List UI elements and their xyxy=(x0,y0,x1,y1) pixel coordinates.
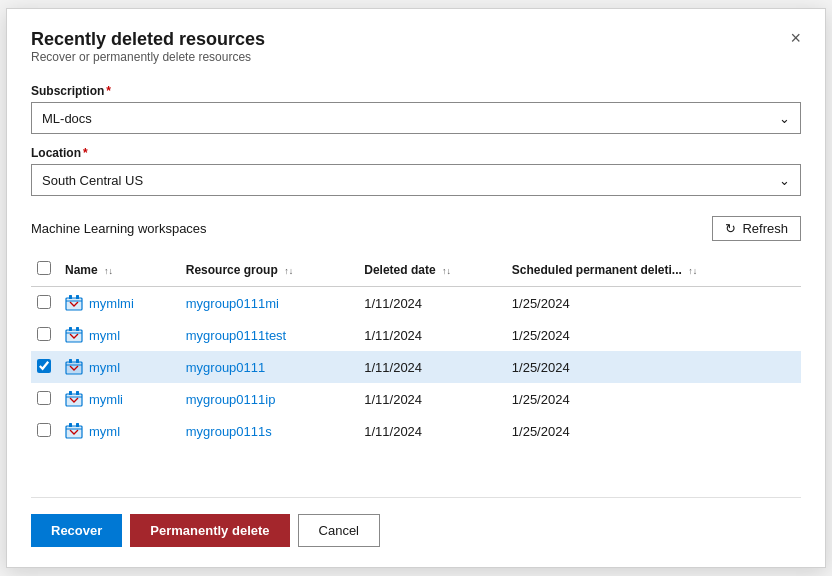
dialog-title: Recently deleted resources xyxy=(31,29,265,50)
subscription-value: ML-docs xyxy=(42,111,92,126)
resources-table: Name ↑↓ Resource group ↑↓ Deleted date ↑… xyxy=(31,253,801,447)
recently-deleted-dialog: Recently deleted resources Recover or pe… xyxy=(6,8,826,568)
location-value: South Central US xyxy=(42,173,143,188)
select-all-checkbox[interactable] xyxy=(37,261,51,275)
table-row: myml mygroup01111/11/20241/25/2024 xyxy=(31,351,801,383)
row-scheduled-delete-cell: 1/25/2024 xyxy=(506,351,801,383)
row-resource-group-cell: mygroup0111s xyxy=(180,415,358,447)
recover-button[interactable]: Recover xyxy=(31,514,122,547)
rg-sort-icon[interactable]: ↑↓ xyxy=(284,266,293,276)
subscription-required-star: * xyxy=(106,84,111,98)
subscription-label: Subscription* xyxy=(31,84,801,98)
svg-rect-19 xyxy=(76,391,79,395)
workspace-icon xyxy=(65,326,83,344)
row-checkbox-cell xyxy=(31,319,59,351)
svg-rect-20 xyxy=(66,426,82,438)
footer: Recover Permanently delete Cancel xyxy=(31,497,801,547)
header-checkbox-cell xyxy=(31,253,59,287)
row-name-link[interactable]: mymlmi xyxy=(89,296,134,311)
dialog-subtitle: Recover or permanently delete resources xyxy=(31,50,265,64)
row-checkbox[interactable] xyxy=(37,295,51,309)
dialog-header: Recently deleted resources Recover or pe… xyxy=(31,29,801,80)
location-field: Location* South Central US ⌄ xyxy=(31,146,801,196)
row-resource-group-link[interactable]: mygroup0111mi xyxy=(186,296,279,311)
row-scheduled-delete-cell: 1/25/2024 xyxy=(506,415,801,447)
row-resource-group-link[interactable]: mygroup0111s xyxy=(186,424,272,439)
svg-rect-8 xyxy=(69,327,72,331)
table-row: mymlmi mygroup0111mi1/11/20241/25/2024 xyxy=(31,287,801,320)
location-chevron-icon: ⌄ xyxy=(779,173,790,188)
section-header-row: Machine Learning workspaces ↻ Refresh xyxy=(31,216,801,241)
dd-sort-icon[interactable]: ↑↓ xyxy=(442,266,451,276)
refresh-icon: ↻ xyxy=(725,221,736,236)
row-deleted-date-cell: 1/11/2024 xyxy=(358,287,506,320)
table-row: myml mygroup0111test1/11/20241/25/2024 xyxy=(31,319,801,351)
row-resource-group-cell: mygroup0111mi xyxy=(180,287,358,320)
row-resource-group-cell: mygroup0111ip xyxy=(180,383,358,415)
subscription-select[interactable]: ML-docs ⌄ xyxy=(31,102,801,134)
subscription-field: Subscription* ML-docs ⌄ xyxy=(31,84,801,134)
subscription-chevron-icon: ⌄ xyxy=(779,111,790,126)
row-checkbox[interactable] xyxy=(37,327,51,341)
row-name-cell: myml xyxy=(59,351,180,383)
row-checkbox-cell xyxy=(31,351,59,383)
table-row: mymli mygroup0111ip1/11/20241/25/2024 xyxy=(31,383,801,415)
row-name-link[interactable]: myml xyxy=(89,328,120,343)
row-scheduled-delete-cell: 1/25/2024 xyxy=(506,319,801,351)
row-deleted-date-cell: 1/11/2024 xyxy=(358,319,506,351)
row-name-cell: myml xyxy=(59,319,180,351)
col-header-scheduled-delete: Scheduled permanent deleti... ↑↓ xyxy=(506,253,801,287)
workspace-icon xyxy=(65,390,83,408)
location-required-star: * xyxy=(83,146,88,160)
row-checkbox[interactable] xyxy=(37,391,51,405)
workspace-icon xyxy=(65,358,83,376)
row-resource-group-cell: mygroup0111test xyxy=(180,319,358,351)
dialog-title-area: Recently deleted resources Recover or pe… xyxy=(31,29,265,80)
row-name-cell: mymlmi xyxy=(59,287,180,320)
row-checkbox-cell xyxy=(31,383,59,415)
row-checkbox-cell xyxy=(31,415,59,447)
close-button[interactable]: × xyxy=(790,29,801,47)
spd-sort-icon[interactable]: ↑↓ xyxy=(688,266,697,276)
row-name-link[interactable]: mymli xyxy=(89,392,123,407)
refresh-button[interactable]: ↻ Refresh xyxy=(712,216,801,241)
refresh-label: Refresh xyxy=(742,221,788,236)
row-name-link[interactable]: myml xyxy=(89,424,120,439)
cancel-button[interactable]: Cancel xyxy=(298,514,380,547)
location-select[interactable]: South Central US ⌄ xyxy=(31,164,801,196)
svg-rect-23 xyxy=(69,423,72,427)
row-deleted-date-cell: 1/11/2024 xyxy=(358,415,506,447)
svg-rect-18 xyxy=(69,391,72,395)
row-name-cell: mymli xyxy=(59,383,180,415)
row-deleted-date-cell: 1/11/2024 xyxy=(358,351,506,383)
row-resource-group-link[interactable]: mygroup0111 xyxy=(186,360,266,375)
svg-rect-14 xyxy=(76,359,79,363)
svg-rect-10 xyxy=(66,362,82,374)
permanently-delete-button[interactable]: Permanently delete xyxy=(130,514,289,547)
col-header-resource-group: Resource group ↑↓ xyxy=(180,253,358,287)
row-scheduled-delete-cell: 1/25/2024 xyxy=(506,287,801,320)
row-resource-group-link[interactable]: mygroup0111ip xyxy=(186,392,276,407)
svg-rect-24 xyxy=(76,423,79,427)
svg-rect-5 xyxy=(66,330,82,342)
name-sort-icon[interactable]: ↑↓ xyxy=(104,266,113,276)
row-scheduled-delete-cell: 1/25/2024 xyxy=(506,383,801,415)
workspace-icon xyxy=(65,294,83,312)
svg-rect-0 xyxy=(66,298,82,310)
table-row: myml mygroup0111s1/11/20241/25/2024 xyxy=(31,415,801,447)
svg-rect-9 xyxy=(76,327,79,331)
section-label: Machine Learning workspaces xyxy=(31,221,207,236)
row-checkbox[interactable] xyxy=(37,423,51,437)
location-label: Location* xyxy=(31,146,801,160)
table-container: Name ↑↓ Resource group ↑↓ Deleted date ↑… xyxy=(31,253,801,485)
svg-rect-15 xyxy=(66,394,82,406)
row-resource-group-link[interactable]: mygroup0111test xyxy=(186,328,286,343)
workspace-icon xyxy=(65,422,83,440)
row-checkbox[interactable] xyxy=(37,359,51,373)
svg-rect-3 xyxy=(69,295,72,299)
row-name-cell: myml xyxy=(59,415,180,447)
row-checkbox-cell xyxy=(31,287,59,320)
row-resource-group-cell: mygroup0111 xyxy=(180,351,358,383)
row-name-link[interactable]: myml xyxy=(89,360,120,375)
svg-rect-13 xyxy=(69,359,72,363)
